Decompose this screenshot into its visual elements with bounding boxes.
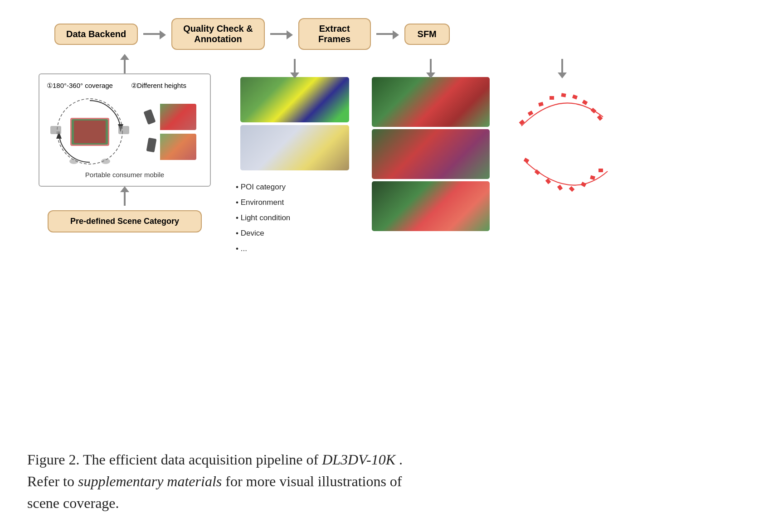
pipeline-box-data-backend: Data Backend [54, 24, 138, 45]
quality-check-label: Quality Check &Annotation [183, 24, 253, 44]
caption-line-1: Figure 2. The efficient data acquisition… [27, 449, 571, 470]
caption-line-2: Refer to supplementary materials for mor… [27, 470, 571, 492]
scanning-box: ①180°-360° coverage ②Different heights [39, 73, 211, 187]
svg-rect-13 [550, 96, 554, 100]
arrow-2 [270, 29, 293, 39]
data-backend-label: Data Backend [66, 29, 126, 39]
section-sfm [503, 59, 621, 208]
arrow-down-head-extract [426, 73, 435, 78]
bullet-more: ... [236, 241, 290, 256]
arrow-up-to-pipeline [124, 59, 126, 73]
svg-rect-6 [50, 126, 61, 134]
caption-main: The efficient data acquisition pipeline … [83, 451, 322, 468]
bullet-env: Environment [236, 195, 290, 210]
pipeline-row: Data Backend Quality Check &Annotation E… [27, 18, 732, 50]
quality-photo-2 [240, 125, 349, 170]
content-row: ①180°-360° coverage ②Different heights [27, 59, 732, 430]
caption-refer: Refer to [27, 473, 78, 489]
frame-photo-3 [372, 181, 490, 231]
pipeline-box-quality-check: Quality Check &Annotation [171, 18, 264, 50]
photo-top-right [160, 104, 196, 130]
svg-rect-22 [557, 185, 563, 191]
coverage-label: ①180°-360° coverage [47, 82, 113, 90]
annotation-bullets: POI category Environment Light condition… [236, 179, 290, 256]
svg-rect-11 [528, 111, 534, 116]
caption-italic-ref: supplementary materials [78, 473, 222, 489]
height-photo-bottom [142, 134, 196, 160]
arrow-down-sfm [561, 59, 563, 73]
figure-caption: Figure 2. The efficient data acquisition… [27, 449, 571, 514]
svg-rect-25 [590, 175, 595, 180]
svg-rect-23 [569, 186, 575, 192]
portable-label: Portable consumer mobile [47, 171, 203, 179]
svg-rect-24 [581, 182, 587, 187]
arrow-down-head-sfm [558, 73, 567, 78]
arrow-up-head-1 [120, 54, 129, 60]
frame-photo-1 [372, 77, 490, 127]
arrow-down-extract [430, 59, 432, 73]
predefined-box: Pre-defined Scene Category [48, 210, 202, 232]
sfm-trajectory-1 [512, 81, 612, 140]
scan-inner-content [47, 94, 203, 169]
svg-rect-16 [582, 100, 588, 105]
pipeline-box-extract-frames: ExtractFrames [298, 18, 371, 50]
scanning-header: ①180°-360° coverage ②Different heights [47, 82, 203, 90]
svg-rect-26 [598, 169, 603, 172]
section-data-backend: ①180°-360° coverage ②Different heights [27, 59, 222, 232]
phone-icon-2 [146, 137, 157, 152]
arrow-right-icon-1 [143, 29, 166, 39]
bullet-device: Device [236, 226, 290, 241]
arrow-right-icon-3 [376, 29, 399, 39]
caption-line2-suffix: for more visual illustrations of [225, 473, 402, 489]
bullet-light: Light condition [236, 210, 290, 226]
arrow-up-head-2 [120, 186, 129, 192]
frame-photo-2 [372, 129, 490, 179]
svg-rect-14 [561, 93, 566, 97]
circle-svg [47, 94, 133, 169]
sfm-trajectory-2 [512, 149, 612, 208]
arrow-3 [376, 29, 399, 39]
caption-italic-title: DL3DV-10K [322, 451, 395, 468]
section-quality-check: POI category Environment Light condition… [236, 59, 354, 256]
svg-rect-7 [118, 126, 129, 134]
height-photos [142, 104, 196, 160]
sfm-visuals [512, 81, 612, 208]
svg-rect-19 [524, 158, 530, 163]
caption-line-3: scene coverage. [27, 492, 571, 514]
phone-icon-1 [143, 109, 156, 124]
svg-rect-5 [74, 121, 106, 143]
predefined-label: Pre-defined Scene Category [70, 217, 179, 226]
height-photo-top [142, 104, 196, 130]
svg-rect-12 [538, 102, 544, 106]
circle-diagram [47, 94, 133, 169]
svg-rect-17 [591, 108, 597, 114]
svg-rect-15 [572, 95, 578, 100]
quality-photo-1 [240, 77, 349, 122]
svg-rect-10 [519, 120, 525, 126]
svg-point-8 [69, 159, 78, 164]
heights-label: ②Different heights [131, 82, 186, 90]
sfm-label: SFM [418, 29, 437, 39]
arrow-1 [143, 29, 166, 39]
caption-suffix: . [399, 451, 403, 468]
extract-frames-label: ExtractFrames [318, 24, 350, 44]
main-container: Data Backend Quality Check &Annotation E… [0, 0, 759, 532]
svg-point-9 [101, 159, 110, 164]
figure-number: Figure 2. [27, 451, 80, 468]
arrow-down-head-quality [290, 73, 299, 78]
bullet-poi: POI category [236, 179, 290, 195]
pipeline-box-sfm: SFM [404, 24, 450, 45]
extract-frames-grid [372, 77, 490, 231]
photo-bottom-right [160, 134, 196, 160]
arrow-right-icon-2 [270, 29, 293, 39]
section-extract-frames [367, 59, 494, 231]
quality-photos-grid [240, 77, 349, 170]
arrow-up-from-predefined [124, 191, 126, 206]
arrow-down-quality [294, 59, 296, 73]
